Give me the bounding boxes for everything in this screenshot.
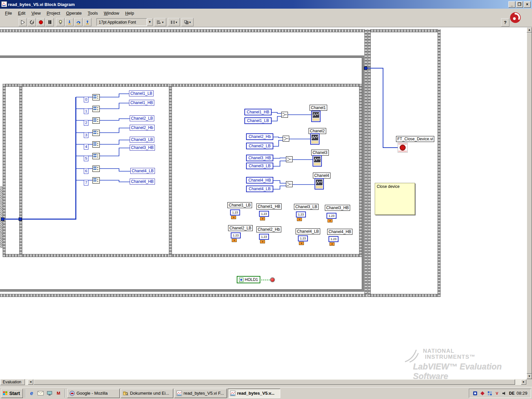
chart-label[interactable]: Chanel1 [310, 105, 327, 111]
tunnel[interactable] [364, 66, 367, 70]
terminal-label-hb[interactable]: Chanel1_HB [244, 109, 272, 115]
wire-label[interactable]: Chanel2_LB [130, 115, 154, 121]
tray-icon-3[interactable] [487, 391, 492, 396]
step-out-button[interactable] [83, 18, 91, 26]
terminal-label-lb[interactable]: Chanel3_LB [246, 163, 273, 169]
index-constant[interactable]: 5 [84, 156, 88, 161]
mozilla-quicklaunch-icon[interactable]: M [55, 389, 63, 397]
index-array-icon[interactable] [92, 130, 100, 137]
index-constant[interactable]: 7 [84, 180, 88, 186]
run-button[interactable] [19, 18, 27, 26]
hold-led-indicator[interactable] [270, 277, 275, 282]
index-array-icon[interactable] [92, 94, 100, 102]
indicator-label[interactable]: Chanel2_Hb [256, 226, 281, 232]
chart-label[interactable]: Chanel4 [313, 173, 331, 179]
task-button-vi-block-diagram[interactable]: read_bytes_V5.v... [228, 389, 280, 398]
align-objects-button[interactable]: ▾ [154, 18, 166, 26]
reorder-button[interactable]: ▾ [182, 18, 194, 26]
waveform-chart-icon[interactable] [313, 155, 322, 168]
run-continuous-button[interactable] [28, 18, 36, 26]
indicator-label[interactable]: Chanel3_HB [325, 205, 350, 211]
scroll-right-button[interactable]: ► [521, 379, 526, 385]
menu-help[interactable]: Help [122, 9, 137, 17]
mail-quicklaunch-icon[interactable] [37, 389, 45, 397]
ie-quicklaunch-icon[interactable]: e [28, 389, 36, 397]
menu-edit[interactable]: Edit [15, 9, 28, 17]
index-array-icon[interactable] [92, 117, 100, 125]
wire-label[interactable]: Chanel4_LB [130, 168, 155, 174]
tunnel[interactable] [1, 217, 4, 221]
index-constant[interactable]: 3 [84, 132, 88, 138]
index-constant[interactable]: 2 [84, 120, 88, 126]
numeric-indicator-icon[interactable]: 1.23I8 [230, 209, 240, 219]
numeric-indicator-icon[interactable]: 1.23I8 [259, 234, 269, 243]
indicator-label[interactable]: Chanel1_LB [227, 202, 252, 208]
wire-label[interactable]: Chanel1_HB [129, 100, 154, 106]
start-button[interactable]: Start [1, 389, 23, 398]
menu-file[interactable]: File [2, 9, 15, 17]
taskbar-clock[interactable]: 08:29 [516, 391, 527, 396]
horizontal-scrollbar-thumb[interactable] [34, 379, 515, 385]
wire-label[interactable]: Chanel1_LB [129, 90, 154, 96]
indicator-label[interactable]: Chanel4_LB [296, 228, 320, 234]
waveform-chart-icon[interactable] [311, 111, 321, 123]
numeric-indicator-icon[interactable]: 1.23I8 [327, 213, 336, 222]
font-selector[interactable]: 17pt Application Font [96, 18, 147, 26]
wire-label[interactable]: Chanel2_Hb [130, 125, 155, 131]
index-array-icon[interactable] [92, 106, 100, 113]
minimize-button[interactable]: _ [508, 1, 515, 8]
indicator-label[interactable]: Chanel3_LB [294, 204, 319, 210]
terminal-label-lb[interactable]: Chanel2_LB [246, 143, 273, 149]
wire-label[interactable]: Chanel3_LB [130, 137, 154, 143]
index-array-icon[interactable] [92, 141, 100, 149]
wire-label[interactable]: Chanel3_HB [130, 145, 155, 151]
join-numbers-icon[interactable] [283, 136, 289, 143]
chart-label[interactable]: Chanel3 [311, 150, 329, 156]
menu-project[interactable]: Project [44, 9, 63, 17]
vertical-scrollbar-thumb[interactable] [527, 33, 532, 374]
language-indicator[interactable]: DE [509, 391, 515, 396]
terminal-label-lb[interactable]: Chanel4_LB [246, 186, 273, 192]
distribute-objects-button[interactable]: ▾ [168, 18, 180, 26]
comment-note[interactable]: Close device [375, 183, 415, 215]
step-into-button[interactable] [65, 18, 73, 26]
numeric-indicator-icon[interactable]: 1.23I8 [259, 211, 269, 220]
indicator-label[interactable]: Chanel2_LB [228, 225, 253, 231]
index-array-icon[interactable] [92, 166, 100, 173]
index-array-icon[interactable] [92, 177, 100, 185]
scroll-down-button[interactable]: ▼ [527, 374, 532, 379]
index-array-icon[interactable] [92, 153, 100, 161]
evaluation-tab[interactable]: Evaluation [0, 379, 25, 385]
show-desktop-quicklaunch-icon[interactable] [46, 389, 54, 397]
tray-icon-antivirus[interactable]: V [494, 391, 500, 396]
menu-window[interactable]: Window [101, 9, 122, 17]
indicator-label[interactable]: Chanel1_HB [256, 203, 282, 209]
tray-icon-1[interactable] [472, 391, 478, 396]
join-numbers-icon[interactable] [286, 181, 293, 189]
terminal-label-hb[interactable]: Chanel4_HB [246, 177, 273, 184]
vi-name-label[interactable]: FT_Close_Device.vi [396, 136, 434, 142]
highlight-execution-button[interactable] [56, 18, 65, 26]
tunnel[interactable] [19, 217, 22, 221]
pause-button[interactable] [46, 18, 54, 26]
terminal-label-hb[interactable]: Chanel3_HB [246, 155, 273, 161]
ft-close-device-icon[interactable] [398, 143, 408, 154]
volume-icon[interactable] [502, 391, 507, 396]
tray-icon-2[interactable] [480, 391, 485, 396]
font-selector-dropdown[interactable]: ▼ [147, 18, 153, 26]
scroll-up-button[interactable]: ▲ [527, 27, 532, 33]
index-constant[interactable]: 1 [84, 108, 88, 114]
index-constant[interactable]: 0 [84, 97, 88, 102]
join-numbers-icon[interactable] [281, 112, 288, 119]
hold1-terminal[interactable]: HOLD1 [237, 276, 260, 283]
menu-operate[interactable]: Operate [63, 9, 85, 17]
index-constant[interactable]: 4 [84, 144, 88, 150]
index-constant[interactable]: 6 [84, 168, 88, 174]
task-button-explorer[interactable]: Dokumente und Ei... [121, 389, 173, 398]
restore-button[interactable]: ❐ [516, 1, 523, 8]
numeric-indicator-icon[interactable]: 1.23I8 [296, 211, 306, 221]
menu-view[interactable]: View [28, 9, 44, 17]
terminal-label-lb[interactable]: Chanel1_LB [244, 117, 272, 124]
waveform-chart-icon[interactable] [315, 178, 324, 191]
close-button[interactable]: × [524, 1, 531, 8]
